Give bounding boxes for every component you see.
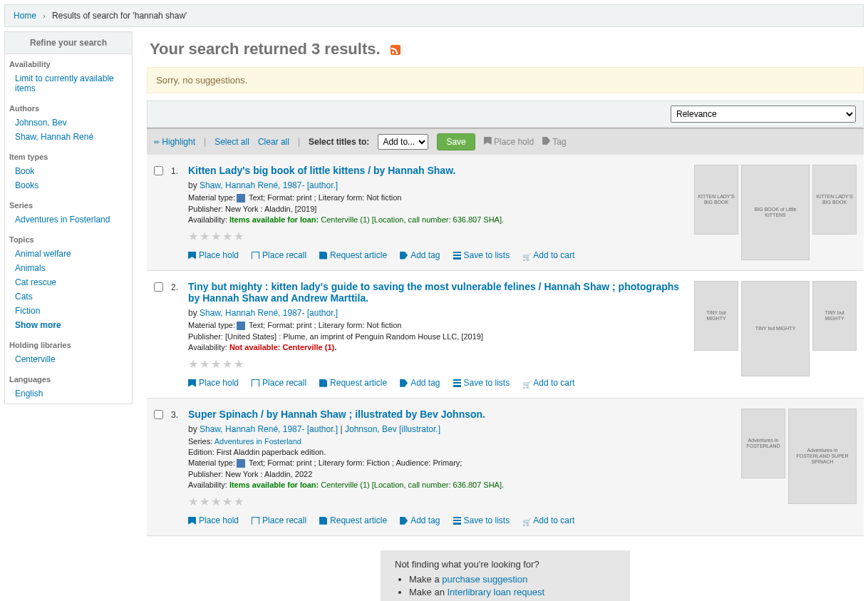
show-more-link[interactable]: Show more xyxy=(15,320,61,330)
breadcrumb-home[interactable]: Home xyxy=(14,11,36,21)
facet-title: Item types xyxy=(9,150,128,164)
result-row: 3.Super Spinach / by Hannah Shaw ; illus… xyxy=(147,399,864,536)
request-article-link[interactable]: Request article xyxy=(319,378,387,388)
purchase-suggestion-link[interactable]: purchase suggestion xyxy=(442,574,527,585)
series-link[interactable]: Adventures in Fosterland xyxy=(215,437,301,446)
place-recall-link[interactable]: Place recall xyxy=(252,515,306,525)
result-row: 1.Kitten Lady's big book of little kitte… xyxy=(147,155,864,271)
result-checkbox[interactable] xyxy=(154,166,163,175)
facet-item[interactable]: Limit to currently available items xyxy=(15,73,114,93)
place-hold-link[interactable]: Place hold xyxy=(188,378,239,388)
rss-icon[interactable] xyxy=(391,45,401,55)
facet-title: Holding libraries xyxy=(9,338,128,352)
select-all-link[interactable]: Select all xyxy=(215,137,249,147)
facet-item[interactable]: Cats xyxy=(15,292,33,302)
add-cart-link[interactable]: Add to cart xyxy=(522,515,574,525)
result-number: 3. xyxy=(171,409,188,525)
place-recall-link[interactable]: Place recall xyxy=(252,250,306,260)
breadcrumb: Home › Results of search for 'hannah sha… xyxy=(4,4,864,27)
highlight-link[interactable]: Highlight xyxy=(154,137,195,147)
facet-item[interactable]: Animal welfare xyxy=(15,249,71,259)
cover-image[interactable]: BIG BOOK of Little KITTENS xyxy=(741,165,810,260)
facet-title: Languages xyxy=(9,372,128,386)
facet-title: Authors xyxy=(9,101,128,115)
rating-stars[interactable]: ★★★★★ xyxy=(188,357,687,371)
cover-image[interactable]: TINY but MIGHTY xyxy=(694,281,738,351)
add-tag-link[interactable]: Add tag xyxy=(400,250,440,260)
facet-item[interactable]: Cat rescue xyxy=(15,277,56,287)
cover-image[interactable]: Adventures in FOSTERLAND SUPER SPINACH xyxy=(788,409,857,504)
facet-item[interactable]: English xyxy=(15,389,43,399)
results-header: Your search returned 3 results. xyxy=(150,40,861,58)
facet-item[interactable]: Animals xyxy=(15,263,46,273)
result-row: 2.Tiny but mighty : kitten lady's guide … xyxy=(147,271,864,399)
cover-image[interactable]: KITTEN LADY'S BIG BOOK xyxy=(812,165,857,235)
tag-batch[interactable]: Tag xyxy=(542,137,566,147)
breadcrumb-current: Results of search for 'hannah shaw' xyxy=(52,11,187,21)
result-title[interactable]: Kitten Lady's big book of little kittens… xyxy=(188,165,455,176)
clear-all-link[interactable]: Clear all xyxy=(258,137,289,147)
facet-item[interactable]: Centerville xyxy=(15,354,56,364)
place-hold-link[interactable]: Place hold xyxy=(188,250,239,260)
not-finding-title: Not finding what you're looking for? xyxy=(395,559,616,570)
action-bar: Highlight | Select all Clear all | Selec… xyxy=(147,128,864,155)
add-to-select[interactable]: Add to... xyxy=(378,134,428,150)
book-icon xyxy=(237,459,245,468)
result-checkbox[interactable] xyxy=(154,282,163,292)
cover-image[interactable]: TINY but MIGHTY xyxy=(812,281,857,351)
save-lists-link[interactable]: Save to lists xyxy=(453,515,510,525)
breadcrumb-sep: › xyxy=(43,12,45,20)
facet-title: Availability xyxy=(9,57,128,71)
facet-title: Series xyxy=(9,198,128,212)
book-icon xyxy=(237,322,245,330)
refine-sidebar: Refine your search AvailabilityLimit to … xyxy=(4,31,133,404)
suggestions-alert: Sorry, no suggestions. xyxy=(147,67,864,93)
main-content: Your search returned 3 results. Sorry, n… xyxy=(147,31,864,601)
book-icon xyxy=(237,194,245,202)
ill-request-link[interactable]: Interlibrary loan request xyxy=(447,587,544,597)
rating-stars[interactable]: ★★★★★ xyxy=(188,495,734,508)
sidebar-title: Refine your search xyxy=(5,32,132,54)
save-lists-link[interactable]: Save to lists xyxy=(453,250,510,260)
not-finding-box: Not finding what you're looking for? Mak… xyxy=(381,550,630,601)
add-cart-link[interactable]: Add to cart xyxy=(522,378,574,388)
author-link[interactable]: Shaw, Hannah René, 1987- [author.] xyxy=(200,180,338,190)
result-number: 2. xyxy=(171,281,188,388)
facet-item[interactable]: Book xyxy=(15,166,34,176)
facet-title: Topics xyxy=(9,232,128,247)
select-titles-label: Select titles to: xyxy=(309,137,369,147)
add-cart-link[interactable]: Add to cart xyxy=(522,250,574,260)
result-title[interactable]: Super Spinach / by Hannah Shaw ; illustr… xyxy=(188,409,485,420)
save-button[interactable]: Save xyxy=(437,133,475,150)
cover-image[interactable]: TINY but MIGHTY xyxy=(741,281,810,376)
facet-item[interactable]: Adventures in Fosterland xyxy=(15,215,110,225)
add-tag-link[interactable]: Add tag xyxy=(400,378,440,388)
place-hold-link[interactable]: Place hold xyxy=(188,515,239,525)
author-link[interactable]: Shaw, Hannah René, 1987- [author.] xyxy=(200,424,338,434)
rating-stars[interactable]: ★★★★★ xyxy=(188,230,687,243)
facet-item[interactable]: Fiction xyxy=(15,306,40,316)
facet-item[interactable]: Books xyxy=(15,180,38,190)
cover-image[interactable]: Adventures in FOSTERLAND xyxy=(741,409,785,478)
sort-select[interactable]: Relevance xyxy=(671,106,856,123)
sort-bar: Relevance xyxy=(147,101,864,128)
author-link[interactable]: Shaw, Hannah René, 1987- [author.] xyxy=(200,308,338,318)
request-article-link[interactable]: Request article xyxy=(319,515,387,525)
result-checkbox[interactable] xyxy=(154,410,163,419)
place-recall-link[interactable]: Place recall xyxy=(252,378,306,388)
cover-image[interactable]: KITTEN LADY'S BIG BOOK xyxy=(694,165,738,235)
place-hold-batch[interactable]: Place hold xyxy=(484,137,534,147)
facet-item[interactable]: Shaw, Hannah René xyxy=(15,132,93,142)
facet-item[interactable]: Johnson, Bev xyxy=(15,118,67,128)
result-title[interactable]: Tiny but mighty : kitten lady's guide to… xyxy=(188,281,679,304)
save-lists-link[interactable]: Save to lists xyxy=(453,378,510,388)
request-article-link[interactable]: Request article xyxy=(319,250,387,260)
author-link[interactable]: Johnson, Bev [illustrator.] xyxy=(345,424,440,434)
result-number: 1. xyxy=(171,165,188,260)
add-tag-link[interactable]: Add tag xyxy=(400,515,440,525)
